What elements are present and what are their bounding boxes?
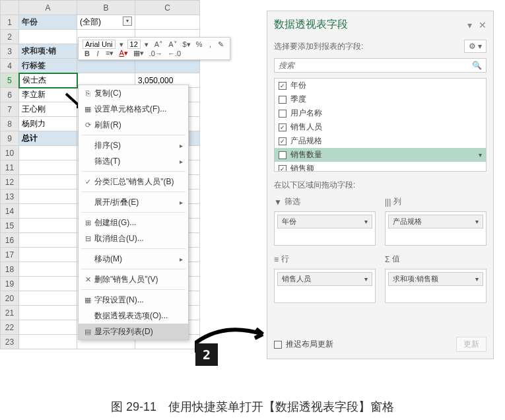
comma-icon[interactable]: ,	[205, 40, 215, 48]
border-icon[interactable]: ▦▾	[131, 49, 146, 57]
row-header[interactable]: 5	[1, 73, 19, 88]
area-item[interactable]: 求和项:销售额▾	[388, 272, 483, 286]
minimize-icon[interactable]: ▾	[467, 20, 472, 30]
font-select[interactable]: Arial Uni	[83, 40, 116, 49]
menu-group[interactable]: ⊞创建组(G)...	[79, 215, 188, 230]
decrease-decimal-icon[interactable]: ←.0	[166, 50, 183, 57]
columns-icon: |||	[385, 197, 391, 207]
row-label-header[interactable]: 行标签	[19, 59, 77, 73]
cell[interactable]	[135, 15, 200, 30]
field-item[interactable]: 用户名称	[275, 106, 486, 120]
chevron-right-icon: ▸	[180, 199, 183, 206]
row-header[interactable]: 2	[1, 30, 19, 44]
checkbox-icon	[279, 151, 286, 159]
rows-area[interactable]: ≡行 销售人员▾	[274, 254, 376, 303]
close-icon[interactable]: ✕	[479, 20, 487, 30]
field-list[interactable]: ✓年份 季度 用户名称 ✓销售人员 ✓产品规格 销售数量▾ ✓销售额	[274, 78, 487, 172]
field-item[interactable]: ✓销售额	[275, 162, 486, 172]
menu-pivot-options[interactable]: 数据透视表选项(O)...	[79, 308, 188, 324]
field-item-selected[interactable]: 销售数量▾	[275, 148, 486, 162]
areas-label: 在以下区域间拖动字段:	[267, 172, 493, 196]
mini-toolbar[interactable]: Arial Uni▾ 12▾ A˄ A˅ $▾ % , ✎ B I ≡▾ A▾ …	[78, 37, 230, 60]
filter-field-value[interactable]: (全部)▾	[77, 15, 135, 30]
field-item[interactable]: ✓销售人员	[275, 120, 486, 134]
search-input[interactable]	[275, 59, 468, 72]
row-header[interactable]: 4	[1, 59, 19, 73]
percent-icon[interactable]: %	[194, 40, 205, 48]
menu-refresh[interactable]: ⟳刷新(R)	[79, 117, 188, 133]
filter-area[interactable]: ▼筛选 年份▾	[274, 196, 376, 246]
italic-icon[interactable]: I	[93, 50, 102, 57]
defer-label: 推迟布局更新	[286, 339, 333, 350]
menu-show-field-list[interactable]: ▤显示字段列表(D)	[79, 324, 188, 339]
currency-icon[interactable]: $▾	[181, 40, 193, 49]
increase-font-icon[interactable]: A˄	[152, 40, 165, 49]
search-icon[interactable]: 🔍	[468, 59, 486, 72]
row-header[interactable]: 9	[1, 131, 19, 146]
row-header[interactable]: 1	[1, 15, 19, 30]
menu-expand-collapse[interactable]: 展开/折叠(E)▸	[79, 194, 188, 210]
increase-decimal-icon[interactable]: .0→	[147, 50, 164, 57]
font-size-select[interactable]: 12	[127, 40, 141, 49]
dropdown-icon: ▾	[475, 218, 479, 225]
col-header-a[interactable]: A	[19, 1, 77, 15]
field-search[interactable]: 🔍	[274, 58, 487, 73]
group-icon: ⊞	[81, 219, 94, 227]
row-header[interactable]: 8	[1, 117, 19, 131]
dropdown-icon: ▾	[479, 151, 482, 158]
col-header-c[interactable]: C	[135, 1, 200, 15]
checkbox-icon	[279, 110, 286, 118]
checkbox-checked-icon: ✓	[279, 82, 286, 90]
delete-icon: ✕	[81, 275, 94, 284]
area-item[interactable]: 销售人员▾	[277, 272, 372, 286]
checkbox-checked-icon: ✓	[279, 165, 286, 172]
pivot-field-pane: 数据透视表字段 ▾ ✕ 选择要添加到报表的字段: ⚙ ▾ 🔍 ✓年份 季度 用户…	[267, 11, 494, 359]
columns-area[interactable]: |||列 产品规格▾	[385, 196, 487, 246]
menu-copy[interactable]: ⎘复制(C)	[79, 85, 188, 101]
select-all-corner[interactable]	[1, 1, 19, 15]
field-item[interactable]: 季度	[275, 92, 486, 106]
area-item[interactable]: 产品规格▾	[388, 215, 483, 228]
row-header[interactable]: 6	[1, 88, 19, 102]
row-header[interactable]: 3	[1, 44, 19, 59]
annotation-callout-2: 2	[195, 343, 218, 366]
format-icon: ▦	[81, 105, 94, 114]
menu-filter[interactable]: 筛选(T)▸	[79, 153, 188, 169]
pane-title: 数据透视表字段	[274, 18, 348, 32]
align-icon[interactable]: ≡▾	[104, 49, 116, 57]
row-item[interactable]: 杨则力	[19, 117, 77, 131]
area-item[interactable]: 年份▾	[277, 215, 372, 228]
bold-icon[interactable]: B	[83, 50, 92, 57]
dropdown-icon[interactable]: ▾	[123, 17, 132, 26]
format-painter-icon[interactable]: ✎	[216, 40, 226, 49]
copy-icon: ⎘	[81, 89, 94, 97]
selected-cell[interactable]: 侯士杰	[19, 73, 77, 88]
field-item[interactable]: ✓产品规格	[275, 134, 486, 148]
dropdown-icon: ▾	[364, 218, 368, 225]
chevron-right-icon: ▸	[180, 142, 183, 149]
menu-field-settings[interactable]: ▦字段设置(N)...	[79, 292, 188, 308]
menu-ungroup[interactable]: ⊟取消组合(U)...	[79, 230, 188, 246]
menu-remove-field[interactable]: ✕删除"销售人员"(V)	[79, 271, 188, 287]
gear-icon[interactable]: ⚙ ▾	[464, 40, 487, 53]
font-color-icon[interactable]: A▾	[117, 49, 129, 57]
chevron-right-icon: ▸	[180, 256, 183, 263]
menu-move[interactable]: 移动(M)▸	[79, 251, 188, 267]
refresh-icon: ⟳	[81, 121, 94, 129]
settings-icon: ▦	[81, 296, 94, 304]
value-field-label: 求和项:销	[19, 44, 77, 59]
total-label[interactable]: 总计	[19, 131, 77, 146]
list-icon: ▤	[81, 328, 94, 336]
update-button[interactable]: 更新	[456, 337, 487, 352]
dropdown-icon: ▾	[475, 275, 479, 283]
col-header-b[interactable]: B	[77, 1, 135, 15]
check-icon: ✓	[81, 178, 94, 186]
values-area[interactable]: Σ值 求和项:销售额▾	[385, 254, 487, 303]
menu-subtotal[interactable]: ✓分类汇总"销售人员"(B)	[79, 174, 188, 190]
menu-format-cells[interactable]: ▦设置单元格格式(F)...	[79, 101, 188, 117]
menu-sort[interactable]: 排序(S)▸	[79, 137, 188, 153]
field-item[interactable]: ✓年份	[275, 79, 486, 92]
decrease-font-icon[interactable]: A˅	[166, 40, 179, 49]
row-header[interactable]: 7	[1, 102, 19, 117]
defer-checkbox[interactable]	[274, 341, 282, 349]
